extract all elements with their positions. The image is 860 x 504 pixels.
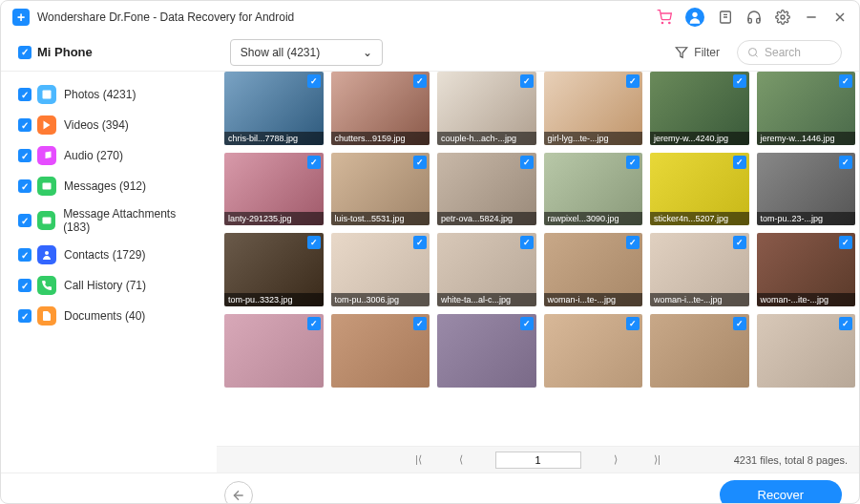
sidebar-label: Contacts (1729) [64, 248, 145, 262]
thumbnail-checkbox[interactable] [413, 236, 427, 249]
thumbnail[interactable]: woman-...ite-...jpg [757, 233, 856, 306]
settings-icon[interactable] [775, 10, 790, 25]
pager: |⟨ ⟨ ⟩ ⟩| 4231 files, total 8 pages. [217, 446, 859, 472]
app-logo-icon [12, 9, 30, 26]
pager-next-icon[interactable]: ⟩ [608, 453, 623, 466]
sidebar-label: Messages (912) [64, 179, 146, 193]
thumbnail[interactable]: chris-bil...7788.jpg [224, 72, 324, 145]
audio-checkbox[interactable] [18, 149, 31, 162]
pager-first-icon[interactable]: |⟨ [411, 453, 427, 466]
messages-checkbox[interactable] [18, 179, 31, 193]
thumbnail-checkbox[interactable] [733, 74, 746, 88]
videos-checkbox[interactable] [18, 118, 31, 132]
thumbnail[interactable]: jeremy-w...1446.jpg [757, 72, 856, 145]
thumbnail-checkbox[interactable] [626, 74, 640, 88]
thumbnail-checkbox[interactable] [839, 74, 852, 88]
thumbnail-checkbox[interactable] [307, 317, 321, 330]
thumbnail[interactable] [544, 314, 643, 388]
thumbnail-checkbox[interactable] [307, 156, 321, 169]
svg-point-6 [781, 15, 785, 19]
thumbnail[interactable]: jeremy-w...4240.jpg [650, 72, 749, 145]
thumbnail-checkbox[interactable] [733, 236, 746, 249]
back-button[interactable] [224, 481, 253, 505]
thumbnail[interactable]: sticker4n...5207.jpg [650, 153, 749, 226]
thumbnail-checkbox[interactable] [733, 156, 746, 169]
thumbnail-grid: chris-bil...7788.jpgchutters...9159.jpgc… [224, 72, 855, 388]
thumbnail[interactable] [331, 314, 430, 388]
sidebar-item-audio[interactable]: Audio (270) [1, 140, 217, 171]
thumbnail-filename: tom-pu..3323.jpg [224, 293, 324, 306]
messages-icon [37, 177, 56, 196]
thumbnail[interactable]: white-ta...al-c...jpg [437, 233, 536, 306]
svg-rect-13 [43, 91, 52, 99]
thumbnail-filename: chutters...9159.jpg [331, 132, 430, 145]
sidebar-item-photos[interactable]: Photos (4231) [1, 79, 217, 110]
thumbnail-checkbox[interactable] [520, 317, 534, 330]
thumbnail-checkbox[interactable] [626, 317, 640, 330]
cart-icon[interactable] [657, 10, 672, 25]
thumbnail[interactable]: lanty-291235.jpg [224, 153, 324, 226]
thumbnail[interactable]: couple-h...ach-...jpg [437, 72, 536, 145]
thumbnail[interactable]: chutters...9159.jpg [331, 72, 430, 145]
filter-button[interactable]: Filter [675, 46, 720, 59]
thumbnail-checkbox[interactable] [520, 74, 534, 88]
thumbnail[interactable] [650, 314, 749, 388]
thumbnail[interactable]: tom-pu..23-...jpg [757, 153, 856, 226]
thumbnail-checkbox[interactable] [307, 74, 321, 88]
pager-page-input[interactable] [495, 452, 581, 469]
sidebar-item-documents[interactable]: Documents (40) [1, 301, 217, 331]
sidebar-item-callhistory[interactable]: Call History (71) [1, 270, 217, 301]
contacts-checkbox[interactable] [18, 248, 31, 262]
thumbnail[interactable] [757, 314, 856, 388]
sidebar-item-videos[interactable]: Videos (394) [1, 110, 217, 140]
device-checkbox[interactable] [18, 46, 31, 59]
close-icon[interactable] [832, 10, 848, 25]
thumbnail-checkbox[interactable] [520, 156, 534, 169]
thumbnail-filename: luis-tost...5531.jpg [331, 212, 430, 225]
thumbnail-filename: petr-ova...5824.jpg [437, 212, 536, 225]
contacts-icon [37, 245, 56, 264]
thumbnail-filename: couple-h...ach-...jpg [437, 132, 536, 145]
svg-rect-16 [42, 218, 51, 224]
recover-button[interactable]: Recover [720, 480, 842, 504]
thumbnail[interactable]: luis-tost...5531.jpg [331, 153, 430, 226]
thumbnail-checkbox[interactable] [839, 236, 852, 249]
thumbnail-checkbox[interactable] [626, 236, 640, 249]
thumbnail[interactable] [437, 314, 536, 388]
sidebar-item-contacts[interactable]: Contacts (1729) [1, 240, 217, 270]
sidebar-item-messages[interactable]: Messages (912) [1, 171, 217, 201]
thumbnail[interactable] [224, 314, 324, 388]
svg-point-0 [661, 22, 662, 23]
thumbnail-checkbox[interactable] [626, 156, 640, 169]
thumbnail-checkbox[interactable] [520, 236, 534, 249]
thumbnail[interactable]: tom-pu..3323.jpg [224, 233, 324, 306]
minimize-icon[interactable] [804, 10, 819, 25]
sidebar-item-attachments[interactable]: Message Attachments (183) [1, 201, 217, 240]
thumbnail-checkbox[interactable] [839, 317, 852, 330]
user-icon[interactable] [685, 8, 704, 27]
feedback-icon[interactable] [718, 10, 733, 25]
thumbnail[interactable]: woman-i...te-...jpg [650, 233, 749, 306]
chevron-down-icon: ⌄ [363, 46, 372, 59]
thumbnail-checkbox[interactable] [839, 156, 852, 169]
thumbnail[interactable]: petr-ova...5824.jpg [437, 153, 536, 226]
thumbnail-checkbox[interactable] [413, 74, 427, 88]
show-filter-dropdown[interactable]: Show all (4231) ⌄ [230, 39, 383, 66]
thumbnail-checkbox[interactable] [307, 236, 321, 249]
attachments-checkbox[interactable] [18, 214, 31, 227]
thumbnail-filename: tom-pu..23-...jpg [757, 212, 856, 225]
thumbnail-checkbox[interactable] [413, 156, 427, 169]
thumbnail-checkbox[interactable] [413, 317, 427, 330]
search-input[interactable]: Search [737, 40, 842, 65]
pager-prev-icon[interactable]: ⟨ [453, 453, 469, 466]
thumbnail[interactable]: tom-pu..3006.jpg [331, 233, 430, 306]
thumbnail-checkbox[interactable] [733, 317, 746, 330]
thumbnail[interactable]: woman-i...te-...jpg [544, 233, 643, 306]
thumbnail[interactable]: rawpixel...3090.jpg [544, 153, 643, 226]
callhistory-checkbox[interactable] [18, 279, 31, 292]
pager-last-icon[interactable]: ⟩| [650, 453, 665, 466]
photos-checkbox[interactable] [18, 88, 31, 101]
support-icon[interactable] [746, 10, 762, 25]
documents-checkbox[interactable] [18, 309, 31, 323]
thumbnail[interactable]: girl-lyg...te-...jpg [544, 72, 643, 145]
